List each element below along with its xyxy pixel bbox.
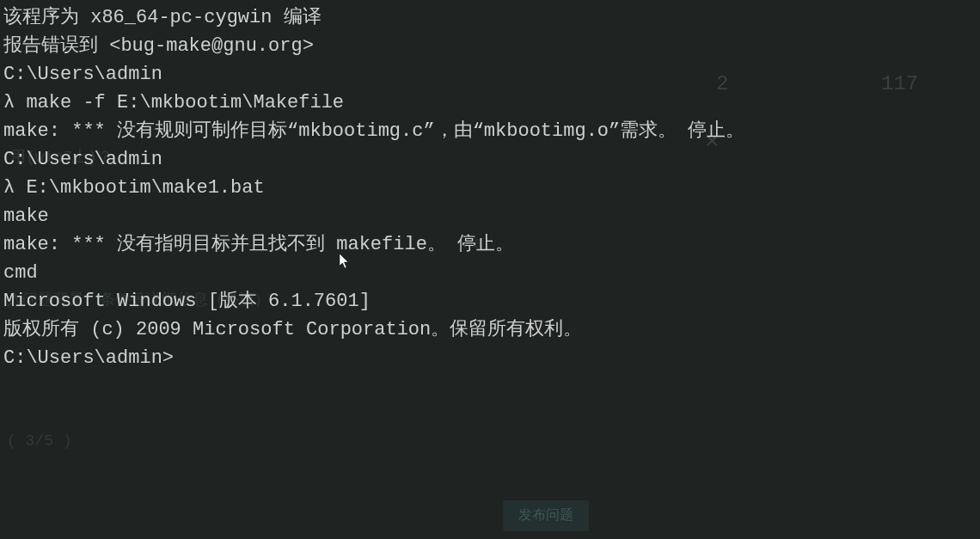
terminal-line: make: *** 没有规则可制作目标“mkbootimg.c”，由“mkboo…	[3, 117, 980, 145]
terminal-prompt: C:\Users\admin>	[3, 344, 980, 372]
terminal-line: C:\Users\admin	[3, 60, 980, 89]
terminal-line: make: *** 没有指明目标并且找不到 makefile。 停止。	[3, 230, 980, 259]
terminal-line: cmd	[3, 259, 980, 287]
terminal-line: Microsoft Windows [版本 6.1.7601]	[3, 287, 980, 315]
terminal-line: λ make -f E:\mkbootim\Makefile	[3, 89, 980, 117]
terminal-line: 版权所有 (c) 2009 Microsoft Corporation。保留所有…	[3, 315, 980, 344]
terminal-line: 报告错误到 <bug-make@gnu.org>	[3, 32, 980, 60]
background-publish-button: 发布问题	[503, 500, 589, 531]
terminal-line: 该程序为 x86_64-pc-cygwin 编译	[3, 3, 980, 32]
terminal-line: λ E:\mkbootim\make1.bat	[3, 174, 980, 202]
terminal-line: make	[3, 202, 980, 230]
terminal-window[interactable]: 该程序为 x86_64-pc-cygwin 编译 报告错误到 <bug-make…	[3, 3, 980, 372]
terminal-line: C:\Users\admin	[3, 145, 980, 174]
background-tags-hint: ( 3/5 )	[7, 430, 72, 453]
